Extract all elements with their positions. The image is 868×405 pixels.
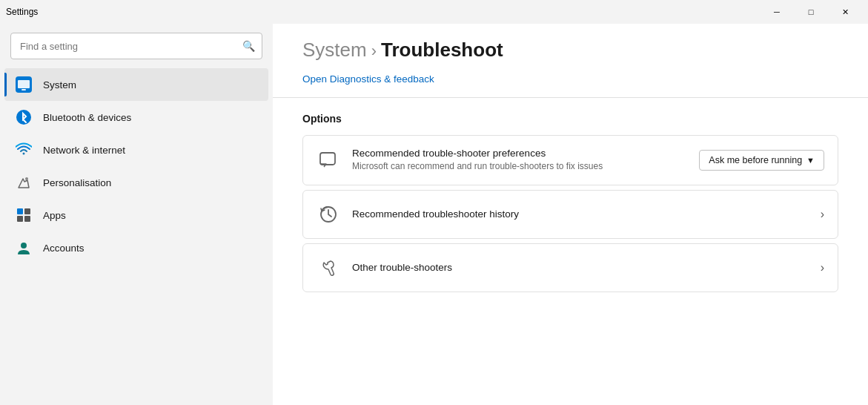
svg-rect-7 (17, 216, 23, 222)
title-bar: Settings ─ □ ✕ (0, 0, 868, 24)
sidebar-item-personalisation-label: Personalisation (43, 177, 111, 188)
breadcrumb-parent: System (302, 39, 367, 62)
options-section: Options Recommended trouble-shooter pref… (273, 98, 868, 292)
chat-icon (317, 148, 340, 172)
recommended-prefs-desc: Microsoft can recommend and run trouble-… (352, 160, 687, 173)
sidebar-item-apps[interactable]: Apps (4, 199, 268, 231)
troubleshooter-history-card[interactable]: Recommended troubleshooter history › (302, 190, 838, 239)
breadcrumb: System › Troubleshoot (273, 24, 868, 69)
sidebar-item-personalisation[interactable]: Personalisation (4, 166, 268, 199)
sidebar: 🔍 System (0, 24, 273, 405)
search-box[interactable]: 🔍 (10, 33, 262, 59)
system-icon (15, 76, 33, 93)
recommended-prefs-title: Recommended trouble-shooter preferences (352, 148, 687, 159)
sidebar-item-accounts-label: Accounts (43, 243, 85, 254)
svg-rect-5 (17, 208, 23, 214)
title-bar-controls: ─ □ ✕ (760, 0, 862, 24)
dropdown-label: Ask me before running (709, 155, 802, 165)
troubleshooter-history-body: Recommended troubleshooter history (352, 208, 809, 220)
diagnostics-link-row: Open Diagnostics & feedback (273, 69, 868, 98)
sidebar-nav: System Bluetooth & devices (0, 68, 273, 405)
svg-point-4 (25, 177, 28, 180)
breadcrumb-separator: › (371, 42, 377, 61)
search-input[interactable] (10, 33, 262, 59)
bluetooth-icon (15, 108, 33, 126)
close-button[interactable]: ✕ (828, 0, 862, 24)
network-icon (15, 141, 33, 159)
chevron-right-icon: › (821, 208, 824, 221)
apps-icon (15, 206, 33, 224)
settings-title: Settings (6, 7, 38, 17)
sidebar-item-system-label: System (43, 79, 76, 90)
svg-point-9 (21, 243, 27, 248)
chevron-down-icon: ▼ (806, 156, 815, 165)
sidebar-item-apps-label: Apps (43, 210, 66, 221)
troubleshooter-history-action: › (821, 208, 824, 221)
page-title: Troubleshoot (381, 39, 503, 62)
personalisation-icon (15, 174, 33, 191)
wrench-icon (317, 256, 340, 280)
diagnostics-link[interactable]: Open Diagnostics & feedback (302, 73, 434, 85)
title-bar-left: Settings (6, 7, 38, 17)
sidebar-item-network-label: Network & internet (43, 145, 125, 156)
accounts-icon (15, 239, 33, 257)
other-troubleshooters-body: Other trouble-shooters (352, 262, 809, 273)
svg-rect-2 (21, 89, 26, 90)
content-area: System › Troubleshoot Open Diagnostics &… (273, 24, 868, 405)
ask-before-running-dropdown[interactable]: Ask me before running ▼ (699, 150, 824, 171)
app-body: 🔍 System (0, 24, 868, 405)
chevron-right-icon-2: › (821, 261, 824, 274)
sidebar-item-system[interactable]: System (4, 68, 268, 101)
history-icon (317, 202, 340, 226)
other-troubleshooters-action: › (821, 261, 824, 274)
sidebar-item-network[interactable]: Network & internet (4, 134, 268, 166)
options-title: Options (302, 113, 838, 125)
other-troubleshooters-title: Other trouble-shooters (352, 262, 809, 273)
recommended-prefs-body: Recommended trouble-shooter preferences … (352, 148, 687, 173)
minimize-button[interactable]: ─ (760, 0, 794, 24)
other-troubleshooters-card[interactable]: Other trouble-shooters › (302, 243, 838, 292)
svg-rect-8 (24, 216, 30, 222)
sidebar-item-bluetooth[interactable]: Bluetooth & devices (4, 101, 268, 134)
svg-rect-6 (24, 208, 30, 214)
recommended-prefs-card[interactable]: Recommended trouble-shooter preferences … (302, 135, 838, 185)
recommended-prefs-action: Ask me before running ▼ (699, 150, 824, 171)
maximize-button[interactable]: □ (794, 0, 828, 24)
svg-rect-10 (320, 153, 335, 165)
troubleshooter-history-title: Recommended troubleshooter history (352, 208, 809, 220)
sidebar-item-bluetooth-label: Bluetooth & devices (43, 112, 131, 123)
sidebar-item-accounts[interactable]: Accounts (4, 231, 268, 264)
svg-rect-1 (18, 80, 30, 88)
